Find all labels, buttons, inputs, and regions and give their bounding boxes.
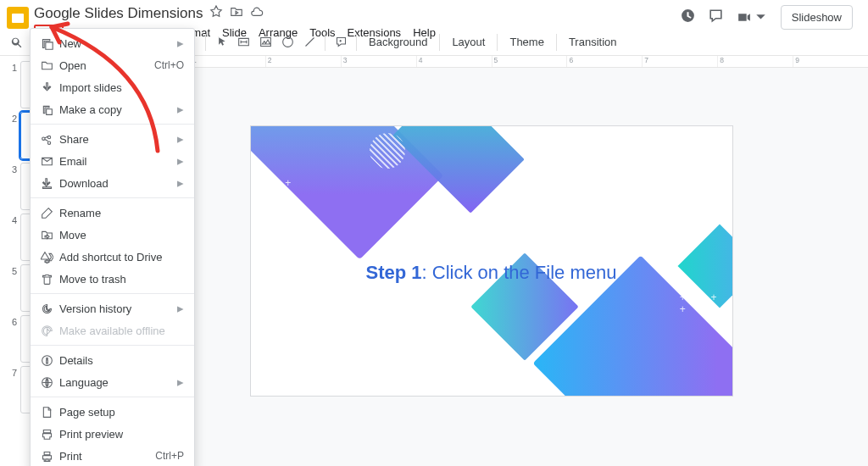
menu-item-label: Download [59,177,177,190]
thumbnail-number: 3 [8,163,17,175]
submenu-arrow-icon: ▸ [177,131,184,147]
share-icon [41,133,59,146]
open-icon [41,59,59,72]
header: Google Slides Dimensions FileEditViewIns… [0,0,868,29]
menu-item-label: Print preview [59,428,184,441]
file-menu-language[interactable]: Language▸ [31,371,194,393]
move-icon [41,229,59,241]
slides-logo[interactable] [7,7,29,29]
menu-item-label: Make a copy [59,103,177,116]
ruler-tick: 6 [566,56,642,67]
menu-item-label: Import slides [59,81,184,94]
file-menu-share[interactable]: Share▸ [31,128,194,150]
file-menu-download[interactable]: Download▸ [31,172,194,194]
file-menu-move-to-trash[interactable]: Move to trash [31,268,194,290]
shape-tool[interactable] [277,32,298,53]
file-menu-import-slides[interactable]: Import slides [31,76,194,98]
document-title[interactable]: Google Slides Dimensions [34,5,203,22]
details-icon [41,354,59,367]
menu-separator [31,124,194,125]
menu-item-label: Details [59,354,184,367]
layout-button[interactable]: Layout [445,32,492,52]
file-menu-email[interactable]: Email▸ [31,150,194,172]
menu-item-label: Page setup [59,406,184,419]
theme-button[interactable]: Theme [503,32,550,52]
comment-tool[interactable] [331,32,351,53]
trash-icon [41,273,59,286]
file-menu-rename[interactable]: Rename [31,202,194,224]
file-menu-move[interactable]: Move [31,224,194,246]
submenu-arrow-icon: ▸ [177,153,184,169]
select-tool[interactable] [211,32,231,53]
image-tool[interactable] [255,32,275,53]
copy-icon [41,103,59,116]
thumbnail-number: 5 [8,264,17,276]
menu-item-label: Share [59,133,177,146]
ruler-tick: 9 [793,56,868,67]
file-menu-open[interactable]: OpenCtrl+O [31,54,194,76]
transition-button[interactable]: Transition [562,32,624,52]
menu-item-label: Make available offline [59,325,184,337]
cloud-status-icon[interactable] [250,5,264,22]
menu-separator [31,345,194,346]
drive-add-icon [41,251,59,264]
file-menu-print[interactable]: PrintCtrl+P [31,445,194,466]
import-icon [41,81,59,94]
file-menu-page-setup[interactable]: Page setup [31,401,194,423]
submenu-arrow-icon: ▸ [177,374,184,390]
ruler-tick: 4 [416,56,492,67]
submenu-arrow-icon: ▸ [177,175,184,191]
ruler-tick: 2 [265,56,341,67]
ruler-tick: 8 [717,56,793,67]
language-icon [41,376,59,389]
thumbnail-number: 1 [8,61,17,73]
menu-separator [31,197,194,198]
submenu-arrow-icon: ▸ [177,301,184,316]
print-preview-icon [41,428,59,441]
rename-icon [41,207,59,219]
search-icon[interactable] [7,32,27,53]
file-menu-add-shortcut-to-drive[interactable]: Add shortcut to Drive [31,246,194,268]
folder-move-icon[interactable] [230,5,243,22]
menu-item-label: Version history [59,302,177,315]
comments-icon[interactable] [708,8,724,27]
page-setup-icon [41,406,59,419]
file-menu-new[interactable]: New▸ [31,32,194,54]
menu-item-label: Print [59,450,155,463]
new-icon [41,37,59,50]
history-icon[interactable] [680,8,696,27]
textbox-tool[interactable] [233,32,253,53]
menu-shortcut: Ctrl+P [155,450,184,462]
download-icon [41,177,59,190]
background-button[interactable]: Background [362,32,434,52]
menu-item-label: Add shortcut to Drive [59,251,184,264]
menu-item-label: Move [59,229,184,241]
menu-item-label: Language [59,376,177,389]
thumbnail-number: 7 [8,366,17,378]
ruler-tick: 3 [341,56,416,67]
ruler-tick: 1 [190,56,265,67]
file-menu-print-preview[interactable]: Print preview [31,423,194,445]
ruler-horizontal: 123456789 [114,56,868,68]
menu-item-label: New [59,37,177,50]
line-tool[interactable] [299,32,320,53]
offline-icon [41,325,59,337]
file-menu-dropdown: New▸OpenCtrl+OImport slidesMake a copy▸S… [30,28,195,466]
file-menu-make-a-copy[interactable]: Make a copy▸ [31,98,194,120]
menu-item-label: Rename [59,207,184,219]
file-menu-make-available-offline: Make available offline [31,319,194,341]
slideshow-button[interactable]: Slideshow [781,5,853,30]
current-slide[interactable]: + + + + + + + + + + + + Step 1: Click on… [250,125,733,397]
thumbnail-number: 4 [8,214,17,225]
ruler-tick: 5 [492,56,567,67]
star-icon[interactable] [209,5,223,22]
email-icon [41,155,59,168]
file-menu-version-history[interactable]: Version history▸ [31,297,194,319]
ruler-tick: 7 [642,56,717,67]
file-menu-details[interactable]: Details [31,349,194,371]
thumbnail-number: 2 [8,112,17,124]
menu-separator [31,397,194,397]
menu-item-label: Open [59,59,154,72]
video-call-icon[interactable] [736,9,769,25]
menu-item-label: Move to trash [59,273,184,286]
